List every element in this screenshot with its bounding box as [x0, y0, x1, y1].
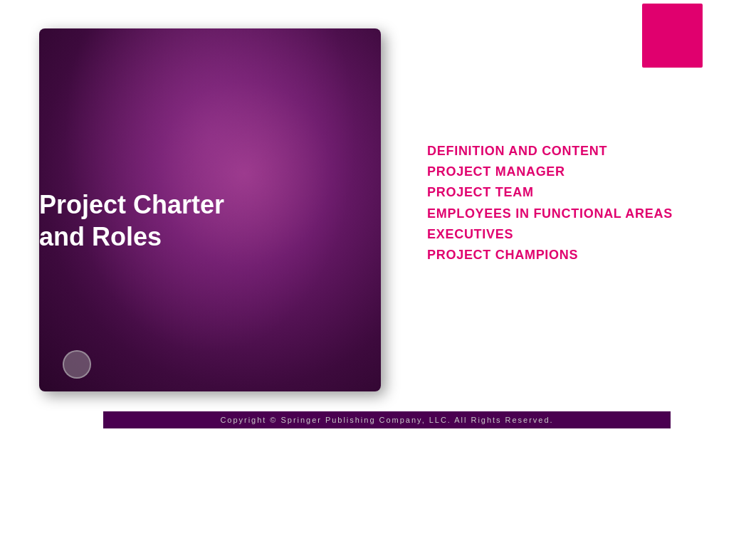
- nav-links: DEFINITION AND CONTENT PROJECT MANAGER P…: [427, 142, 673, 264]
- nav-item-project-champions[interactable]: PROJECT CHAMPIONS: [427, 246, 673, 264]
- cover-logo: [63, 350, 91, 379]
- accent-square: [642, 4, 703, 68]
- nav-item-definition-content[interactable]: DEFINITION AND CONTENT: [427, 142, 673, 160]
- nav-item-executives[interactable]: EXECUTIVES: [427, 226, 673, 243]
- copyright-bar: Copyright © Springer Publishing Company,…: [103, 411, 671, 428]
- book-title-line1: Project Charter: [39, 190, 224, 219]
- book-title: Project Charter and Roles: [39, 189, 224, 253]
- book-title-line2: and Roles: [39, 222, 162, 251]
- nav-item-employees-functional[interactable]: EMPLOYEES IN FUNCTIONAL AREAS: [427, 205, 673, 223]
- copyright-text: Copyright © Springer Publishing Company,…: [220, 416, 553, 424]
- nav-item-project-manager[interactable]: PROJECT MANAGER: [427, 163, 673, 181]
- nav-item-project-team[interactable]: PROJECT TEAM: [427, 184, 673, 201]
